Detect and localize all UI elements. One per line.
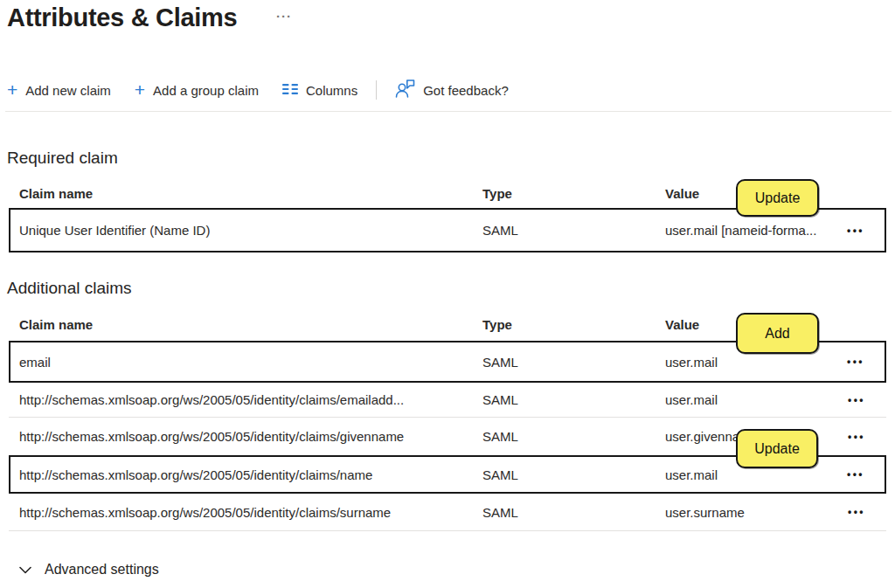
column-header-type: Type bbox=[482, 186, 665, 201]
claim-name-cell: http://schemas.xmlsoap.org/ws/2005/05/id… bbox=[19, 429, 482, 444]
plus-icon: + bbox=[135, 80, 145, 99]
toolbar-separator bbox=[376, 80, 377, 100]
annotation-update-name-claim: Update bbox=[736, 429, 818, 468]
feedback-icon bbox=[395, 80, 415, 100]
got-feedback-button[interactable]: Got feedback? bbox=[395, 80, 509, 100]
command-bar: + Add new claim + Add a group claim bbox=[7, 78, 509, 102]
page-title: Attributes & Claims bbox=[7, 3, 237, 32]
advanced-settings-label: Advanced settings bbox=[45, 562, 159, 578]
add-new-claim-button[interactable]: + Add new claim bbox=[7, 81, 111, 100]
columns-label: Columns bbox=[306, 83, 357, 98]
row-menu-button[interactable]: ••• bbox=[846, 391, 867, 409]
add-group-claim-button[interactable]: + Add a group claim bbox=[135, 81, 259, 100]
add-new-claim-label: Add new claim bbox=[25, 83, 111, 98]
type-cell: SAML bbox=[482, 429, 665, 444]
additional-claims-heading: Additional claims bbox=[7, 279, 132, 298]
toolbar-divider bbox=[5, 111, 892, 112]
add-group-claim-label: Add a group claim bbox=[153, 83, 259, 98]
required-claim-heading: Required claim bbox=[7, 149, 118, 168]
type-cell: SAML bbox=[482, 223, 665, 238]
claim-name-cell: email bbox=[19, 355, 482, 370]
type-cell: SAML bbox=[482, 392, 665, 407]
row-menu-button[interactable]: ••• bbox=[846, 428, 867, 446]
claim-name-cell: http://schemas.xmlsoap.org/ws/2005/05/id… bbox=[19, 467, 482, 482]
chevron-down-icon bbox=[19, 562, 31, 578]
advanced-settings-toggle[interactable]: Advanced settings bbox=[19, 562, 159, 578]
column-header-claim-name: Claim name bbox=[19, 186, 482, 201]
row-menu-button[interactable]: ••• bbox=[845, 222, 866, 239]
type-cell: SAML bbox=[482, 467, 665, 482]
claim-name-cell: http://schemas.xmlsoap.org/ws/2005/05/id… bbox=[19, 505, 482, 520]
column-header-type: Type bbox=[482, 317, 665, 332]
claim-name-cell: Unique User Identifier (Name ID) bbox=[19, 223, 482, 238]
type-cell: SAML bbox=[482, 355, 665, 370]
annotation-add-email-claim: Add bbox=[736, 313, 819, 354]
columns-icon bbox=[282, 83, 298, 98]
value-cell: user.mail bbox=[665, 467, 827, 482]
table-row-surname[interactable]: http://schemas.xmlsoap.org/ws/2005/05/id… bbox=[9, 494, 886, 531]
plus-icon: + bbox=[7, 80, 17, 99]
row-menu-button[interactable]: ••• bbox=[846, 503, 867, 521]
title-more-button[interactable]: ··· bbox=[276, 9, 292, 24]
columns-button[interactable]: Columns bbox=[282, 83, 357, 98]
attributes-claims-page: Attributes & Claims ··· + Add new claim … bbox=[0, 0, 895, 588]
row-menu-button[interactable]: ••• bbox=[845, 353, 866, 370]
annotation-update-required-claim: Update bbox=[736, 179, 819, 217]
claim-name-cell: http://schemas.xmlsoap.org/ws/2005/05/id… bbox=[19, 392, 482, 407]
value-cell: user.mail bbox=[665, 392, 827, 407]
value-cell: user.mail [nameid-forma... bbox=[665, 223, 827, 238]
column-header-claim-name: Claim name bbox=[19, 317, 482, 332]
table-row-emailaddress[interactable]: http://schemas.xmlsoap.org/ws/2005/05/id… bbox=[9, 383, 886, 418]
got-feedback-label: Got feedback? bbox=[423, 83, 509, 98]
value-cell: user.mail bbox=[665, 355, 827, 370]
value-cell: user.surname bbox=[665, 505, 827, 520]
row-menu-button[interactable]: ••• bbox=[845, 466, 866, 483]
type-cell: SAML bbox=[482, 505, 665, 520]
